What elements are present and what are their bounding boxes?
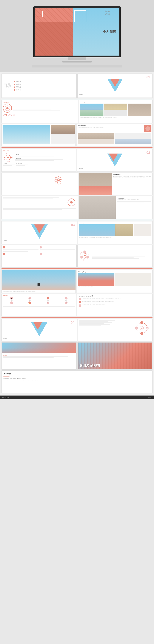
icon-item-4: ♦ Label	[58, 297, 75, 301]
slide-row-1: 目录 自我展示 项目经验 工作经历 职业规划	[1, 74, 153, 98]
slide-infographics[interactable]: Infographics	[1, 100, 78, 123]
bag-image	[79, 196, 116, 218]
pg1-img5	[104, 110, 128, 116]
gallery-img-person	[51, 125, 75, 134]
bottom-platform: 图品汇	[148, 396, 153, 398]
slide-arrows-petal[interactable]	[1, 172, 78, 195]
slide-row-5: Showcase 本文来自深度精选设计作品，仅供学习参考使用，版权归原作者所有。…	[1, 172, 153, 195]
slide-gallery-wide[interactable]: Picture gallery 本文来自深度精选设计作品，仅供学习参考使用，版权…	[78, 221, 153, 244]
svg-marker-21	[87, 256, 89, 258]
section03-number: 03	[71, 223, 75, 227]
pg1-img3	[128, 104, 152, 116]
gallery-img-wide-3	[134, 224, 152, 236]
divider-3	[1, 220, 153, 220]
slide-toc[interactable]: 目录 自我展示 项目经验 工作经历 职业规划	[1, 74, 77, 98]
slide-gallery-building[interactable]: Picture gallery 本文来自深度精选设计作品，仅供学习参考使用。	[77, 270, 153, 293]
copyright-body: 感谢您使用我们精心设计的作品，深度精选设计师作品！	[3, 378, 151, 379]
pg1-img1	[80, 104, 103, 110]
copyright-title: 版权声明	[3, 372, 151, 375]
slide-circular-arrows[interactable]: MICRO VIEW 1. LABOR 2. MICR	[1, 149, 76, 172]
thankyou-text: 谢谢您 的观看	[79, 364, 100, 368]
icon-item-2: ✉ Label	[21, 297, 38, 301]
arrows-circle-svg	[67, 198, 77, 207]
slides-container: 目录 自我展示 项目经验 工作经历 职业规划	[0, 72, 154, 396]
slide-row-12: Contact Us 谢谢您 的观看	[1, 342, 153, 370]
icon-item-1: ♪ Label	[3, 297, 20, 301]
slide-showcase[interactable]: Showcase 本文来自深度精选设计作品，仅供学习参考使用，版权归原作者所有。…	[79, 172, 153, 195]
monitor-base	[62, 61, 92, 62]
circular-arrows-svg	[3, 152, 13, 163]
slide-testimonial[interactable]: Costumer testimonial 本文来自深度精选设计作品，仅供学习参考…	[77, 294, 153, 316]
pg5-title: Picture gallery	[77, 271, 152, 272]
showcase-img-left	[79, 173, 112, 195]
section02-label: 项目经验	[79, 168, 83, 169]
slide-section02[interactable]: 02 项目经验	[77, 149, 153, 172]
pg1-img4	[80, 110, 103, 116]
slide-hexagon[interactable]	[77, 245, 153, 268]
slide-gallery-calendar[interactable]: 本文来自深度精选设计作品，仅供学习参考使用，版权归原作者所有。本文来自深度精选设…	[1, 270, 76, 293]
contact-title: Contact Us	[3, 354, 75, 356]
section03-label: 工作经历	[3, 240, 7, 242]
bottom-bar: DS239334 图品汇	[0, 396, 154, 399]
icon-item-3: ★ Label	[39, 297, 57, 301]
slide-gallery-bag[interactable]: Picture gallery 本文来自深度精选设计作品，仅供学习参考使用，版权…	[79, 196, 153, 219]
slide-gallery-person[interactable]: 本文来自深度精选设计作品，仅供学习参考使用，版权归原作者所有。	[1, 124, 76, 146]
calendar-img	[2, 270, 76, 290]
svg-marker-22	[84, 258, 86, 261]
monitor-screen: 个人 简历 姓名: XX 年龄: XX 学历: XX 联系: XX	[33, 6, 121, 57]
svg-text:02: 02	[136, 328, 137, 329]
slide-row-13: 版权声明 感谢您使用我们精心设计的作品，深度精选设计师作品！ 本作品版权归原作者…	[1, 370, 153, 393]
slide-contact[interactable]: Contact Us	[1, 342, 77, 370]
icon-grid-label: Infographics	[3, 295, 75, 296]
pg2-img3	[77, 139, 114, 144]
icon-item-8: ♥ Heart	[58, 302, 75, 306]
slide-gallery-pink[interactable]: Picture gallery 本文来自深度精选设计作品，仅供学习参考使用。本文…	[77, 124, 153, 146]
divider-1	[1, 98, 153, 99]
section04-number: 04	[71, 320, 75, 324]
slide-row-7: 03 工作经历 Picture gallery 本文来自深度精选设计作品，仅供学…	[1, 221, 153, 244]
toc-item-1: 自我展示	[14, 80, 21, 82]
flower-svg	[54, 176, 63, 185]
pg4-title: Picture gallery	[79, 222, 152, 224]
svg-text:03: 03	[141, 333, 143, 334]
slide-row-4: MICRO VIEW 1. LABOR 2. MICR	[1, 149, 153, 172]
toc-item-4: 职业规划	[14, 89, 21, 91]
slide-icon-grid[interactable]: Infographics ♪ Label ✉ Label ★ Label ♦ L…	[1, 294, 76, 316]
monitor-section: 个人 简历 姓名: XX 年龄: XX 学历: XX 联系: XX	[0, 0, 154, 72]
monitor-slide-title: 个人 简历	[103, 30, 116, 34]
number-wheel-svg: 05 04 03 02 01	[133, 320, 151, 336]
slide-row-6: Picture gallery 本文来自深度精选设计作品，仅供学习参考使用，版权…	[1, 196, 153, 219]
slide-thankyou[interactable]: 谢谢您 的观看	[77, 342, 153, 370]
svg-point-2	[7, 156, 9, 158]
slide-copyright[interactable]: 版权声明 感谢您使用我们精心设计的作品，深度精选设计师作品！ 本作品版权归原作者…	[1, 370, 153, 393]
pg2-img2	[115, 133, 152, 138]
slide-section01-intro[interactable]: 01 自我展示	[77, 74, 153, 98]
gallery-img-white	[51, 134, 75, 144]
contact-img-top	[2, 342, 77, 353]
slide-picture-gallery-1[interactable]: Picture gallery 本文来自深度精选设计作品，仅供学习参考使用，版权…	[79, 100, 153, 123]
pg1-title: Picture gallery	[79, 100, 152, 104]
slide-row-3: 本文来自深度精选设计作品，仅供学习参考使用，版权归原作者所有。 Picture …	[1, 124, 153, 146]
slide-number-wheel[interactable]: 05 04 03 02 01	[78, 319, 153, 342]
icon-item-7: ✿ Flower	[39, 302, 57, 306]
svg-text:04: 04	[147, 328, 148, 329]
slide-section03[interactable]: 03 工作经历	[1, 221, 77, 244]
slide-text-columns[interactable]: Y Y Y Y	[1, 245, 77, 268]
section01-label: 自我展示	[79, 94, 83, 95]
monitor-wrapper: 个人 简历 姓名: XX 年龄: XX 学历: XX 联系: XX	[32, 6, 122, 68]
pg2-img4	[115, 139, 152, 144]
pg2-img1	[77, 133, 114, 138]
slide-section04[interactable]: 04 职业规划	[1, 319, 77, 342]
svg-marker-23	[80, 256, 83, 258]
svg-point-25	[84, 255, 85, 256]
slide-row-9: 本文来自深度精选设计作品，仅供学习参考使用，版权归原作者所有。本文来自深度精选设…	[1, 270, 153, 293]
pg3-title: Picture gallery	[117, 198, 151, 199]
toc-item-2: 项目经验	[14, 83, 21, 85]
svg-text:01: 01	[141, 328, 143, 329]
building-img2	[115, 273, 152, 286]
bottom-id: DS239334	[1, 396, 8, 398]
gallery-img-wide-2	[115, 224, 133, 236]
gallery-img-wide-1	[79, 224, 115, 236]
slide-row-8: Y Y Y Y	[1, 245, 153, 268]
slide-text-content-1[interactable]	[1, 196, 78, 219]
